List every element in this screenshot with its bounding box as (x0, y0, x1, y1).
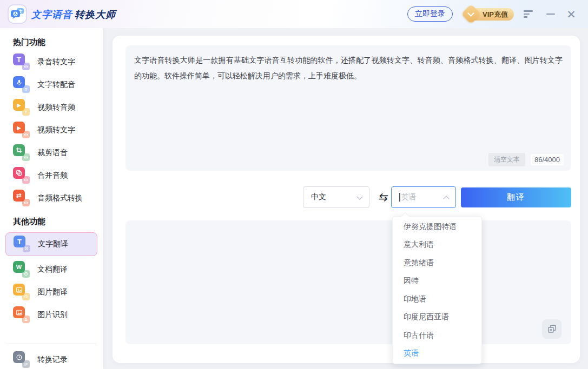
dropdown-option[interactable]: 印度尼西亚语 (393, 308, 481, 327)
dropdown-option[interactable]: 意大利语 (393, 236, 481, 254)
close-button[interactable]: ✕ (565, 8, 578, 21)
text-input-area[interactable]: 文字语音转换大师是一款拥有基础文字语音互转功能的软件，还搭配了视频转文字、转音频… (125, 45, 571, 171)
target-language-value: 英语 (401, 192, 417, 202)
crop-icon (13, 144, 25, 156)
sidebar-item-image-translate[interactable]: 图片翻译 (5, 283, 97, 301)
chevron-up-icon (443, 196, 449, 202)
sidebar-item-label: 录音转文字 (37, 57, 75, 67)
minimize-icon (546, 14, 555, 15)
translation-result-area (125, 220, 571, 344)
source-language-select[interactable]: 中文 (303, 186, 369, 208)
language-dropdown: 伊努克提图特语 意大利语 意第绪语 因特 印地语 印度尼西亚语 印古什语 英语 (392, 216, 482, 364)
copy-icon (13, 167, 25, 179)
sidebar-item-text-to-speech[interactable]: T 文字转配音 (5, 76, 97, 94)
clear-text-button[interactable]: 清空文本 (488, 153, 525, 166)
app-window: { "app": { "brand_primary": "文字语音", "bra… (0, 0, 588, 369)
sidebar: 热门功能 T 录音转文字 T 文字转配音 ▶ T 视频转音频 ▶ 视频转文字 (0, 28, 103, 369)
dropdown-option[interactable]: 意第绪语 (393, 254, 481, 272)
menu-icon[interactable] (524, 8, 537, 21)
dropdown-option[interactable]: 印地语 (393, 290, 481, 308)
sidebar-item-record-to-text[interactable]: T 录音转文字 (5, 53, 97, 71)
copy-result-button[interactable] (542, 319, 561, 339)
section-title-hot: 热门功能 (13, 37, 103, 48)
dropdown-option[interactable]: 伊努克提图特语 (393, 218, 481, 236)
sidebar-item-label: 文字转配音 (37, 80, 75, 90)
sidebar-item-label: 文档翻译 (37, 265, 68, 274)
text-icon: T (13, 53, 25, 65)
play-icon: ▶ (13, 99, 25, 111)
sidebar-item-text-translate[interactable]: T 文字翻译 (5, 232, 97, 256)
char-count: 86/4000 (531, 154, 564, 165)
chevron-down-icon (356, 193, 362, 199)
dropdown-option[interactable]: 因特 (393, 272, 481, 291)
sidebar-item-label: 音频格式转换 (37, 193, 83, 203)
play-icon: ▶ (13, 122, 25, 133)
close-icon: ✕ (566, 9, 576, 20)
sidebar-item-merge-audio[interactable]: 合并音频 (5, 166, 97, 185)
login-button[interactable]: 立即登录 (407, 6, 453, 22)
sidebar-item-document-translate[interactable]: W 文档翻译 (5, 260, 97, 279)
app-logo-icon: 文 (8, 4, 27, 24)
translate-button[interactable]: 翻译 (461, 187, 571, 207)
app-title-secondary: 转换大师 (75, 9, 116, 20)
input-footer: 清空文本 86/4000 (488, 153, 564, 166)
minimize-button[interactable] (544, 8, 557, 21)
sidebar-item-label: 视频转音频 (37, 103, 75, 112)
sidebar-item-label: 图片翻译 (37, 287, 68, 297)
sidebar-item-label: 文字翻译 (38, 239, 68, 249)
sidebar-item-label: 转换记录 (37, 355, 68, 365)
text-cursor (399, 193, 400, 202)
dropdown-option-selected[interactable]: 英语 (393, 345, 481, 363)
microphone-icon (13, 76, 25, 88)
sidebar-item-video-to-text[interactable]: ▶ 视频转文字 (5, 121, 97, 139)
history-clock-icon (13, 351, 25, 363)
vip-recharge-button[interactable]: VIP充值 (464, 7, 514, 22)
sidebar-item-label: 裁剪语音 (37, 148, 68, 158)
topbar: 文 文字语音转换大师 立即登录 VIP充值 ✕ (0, 0, 588, 28)
sidebar-item-label: 视频转文字 (37, 125, 75, 135)
word-doc-icon: W (13, 261, 25, 273)
sidebar-item-video-to-audio[interactable]: ▶ T 视频转音频 (5, 98, 97, 117)
dropdown-option[interactable]: 印古什语 (393, 326, 481, 345)
app-title-primary: 文字语音 (31, 9, 72, 20)
sidebar-item-conversion-history[interactable]: ⇄ 转换记录 (5, 351, 97, 369)
image-icon (13, 284, 25, 296)
source-language-value: 中文 (311, 192, 326, 202)
sidebar-item-label: 图片识别 (37, 310, 68, 320)
target-language-select[interactable]: 英语 (391, 186, 456, 208)
swap-languages-icon[interactable]: ⇆ (373, 186, 392, 208)
sidebar-item-trim-audio[interactable]: 裁剪语音 (5, 144, 97, 162)
sidebar-item-audio-format-convert[interactable]: ⇄ 音频格式转换 (5, 189, 97, 207)
sidebar-item-label: 合并音频 (37, 171, 68, 180)
main-content-card: 文字语音转换大师是一款拥有基础文字语音互转功能的软件，还搭配了视频转文字、转音频… (113, 36, 580, 363)
copy-icon (547, 324, 557, 334)
app-title: 文字语音转换大师 (31, 8, 116, 21)
sidebar-item-image-recognition[interactable]: 图片识别 (5, 306, 97, 324)
text-icon: T (14, 236, 25, 247)
section-title-other: 其他功能 (13, 217, 103, 227)
image-icon (13, 306, 25, 318)
sidebar-divider (6, 344, 96, 344)
input-text: 文字语音转换大师是一款拥有基础文字语音互转功能的软件，还搭配了视频转文字、转音频… (134, 52, 563, 84)
swap-arrows-icon: ⇄ (13, 190, 25, 202)
